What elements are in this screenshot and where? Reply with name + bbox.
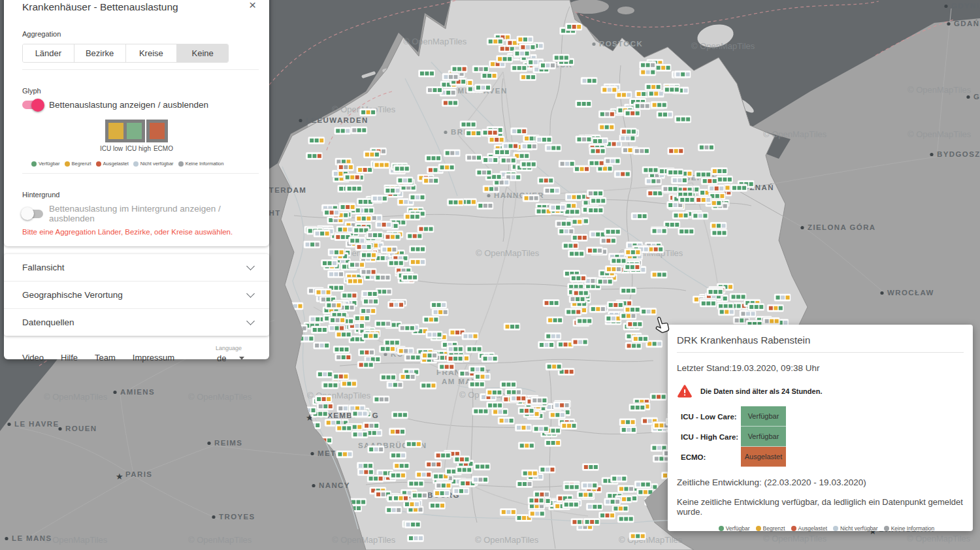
hospital-glyph[interactable] [482, 156, 498, 164]
hospital-glyph[interactable] [357, 468, 374, 476]
hospital-glyph[interactable] [386, 381, 403, 389]
hospital-glyph[interactable] [607, 301, 624, 309]
hospital-glyph[interactable] [656, 110, 673, 118]
hospital-glyph[interactable] [624, 248, 641, 256]
hospital-glyph[interactable] [453, 455, 470, 463]
hospital-glyph[interactable] [425, 331, 442, 338]
hospital-glyph[interactable] [610, 475, 627, 483]
hospital-glyph[interactable] [474, 462, 491, 470]
hospital-glyph[interactable] [718, 308, 735, 315]
hospital-glyph[interactable] [774, 294, 791, 302]
hospital-glyph[interactable] [521, 142, 538, 150]
hospital-glyph[interactable] [626, 320, 643, 328]
glyph-toggle[interactable] [22, 101, 43, 109]
hospital-glyph[interactable] [329, 316, 346, 324]
hospital-glyph[interactable] [417, 225, 434, 233]
hospital-glyph[interactable] [475, 169, 492, 176]
hospital-glyph[interactable] [406, 232, 423, 240]
hospital-glyph[interactable] [340, 380, 357, 388]
hospital-glyph[interactable] [313, 342, 330, 349]
hospital-glyph[interactable] [321, 381, 338, 389]
hospital-glyph[interactable] [419, 381, 436, 389]
hospital-glyph[interactable] [565, 23, 582, 31]
hospital-glyph[interactable] [351, 410, 368, 417]
hospital-glyph[interactable] [418, 69, 435, 77]
hospital-glyph[interactable] [672, 212, 689, 219]
hospital-glyph[interactable] [650, 393, 667, 400]
hospital-glyph[interactable] [538, 341, 555, 349]
hospital-glyph[interactable] [500, 508, 517, 516]
hospital-glyph[interactable] [520, 161, 537, 169]
hospital-glyph[interactable] [600, 237, 617, 245]
hospital-glyph[interactable] [747, 303, 764, 311]
hospital-glyph[interactable] [570, 274, 587, 282]
hospital-glyph[interactable] [674, 71, 691, 78]
hospital-glyph[interactable] [639, 69, 656, 76]
hospital-glyph[interactable] [582, 463, 599, 471]
hospital-glyph[interactable] [393, 462, 410, 470]
hospital-glyph[interactable] [434, 451, 451, 459]
hospital-glyph[interactable] [433, 489, 450, 497]
hospital-glyph[interactable] [391, 411, 408, 419]
hospital-glyph[interactable] [415, 471, 432, 479]
hospital-glyph[interactable] [528, 496, 545, 504]
hospital-glyph[interactable] [438, 363, 455, 371]
hospital-glyph[interactable] [510, 127, 527, 135]
hospital-glyph[interactable] [543, 299, 560, 307]
hospital-glyph[interactable] [362, 332, 379, 340]
hospital-glyph[interactable] [708, 184, 725, 192]
hospital-glyph[interactable] [399, 324, 416, 332]
hospital-glyph[interactable] [496, 55, 513, 63]
hospital-glyph[interactable] [425, 154, 442, 162]
hospital-glyph[interactable] [452, 487, 469, 495]
hospital-glyph[interactable] [367, 231, 384, 239]
hospital-glyph[interactable] [487, 37, 504, 45]
hospital-glyph[interactable] [425, 461, 442, 468]
hospital-glyph[interactable] [317, 402, 334, 410]
hospital-glyph[interactable] [360, 268, 377, 276]
hospital-glyph[interactable] [514, 50, 531, 57]
hospital-glyph[interactable] [604, 315, 621, 323]
hospital-glyph[interactable] [346, 185, 363, 193]
hospital-glyph[interactable] [624, 306, 641, 314]
hospital-glyph[interactable] [314, 230, 331, 238]
hospital-glyph[interactable] [700, 300, 717, 308]
hospital-glyph[interactable] [468, 380, 485, 388]
hospital-glyph[interactable] [516, 35, 533, 43]
hospital-glyph[interactable] [698, 144, 715, 152]
hospital-glyph[interactable] [385, 506, 402, 514]
hospital-glyph[interactable] [711, 167, 728, 175]
hospital-glyph[interactable] [716, 176, 733, 184]
hospital-glyph[interactable] [465, 154, 482, 161]
hospital-glyph[interactable] [617, 515, 634, 523]
hospital-glyph[interactable] [646, 189, 663, 197]
hospital-glyph[interactable] [325, 301, 342, 309]
hospital-glyph[interactable] [362, 297, 379, 305]
hospital-glyph[interactable] [573, 165, 590, 173]
hospital-glyph[interactable] [351, 430, 368, 438]
hospital-glyph[interactable] [572, 289, 589, 297]
hospital-glyph[interactable] [304, 240, 321, 248]
footer-link-impressum[interactable]: Impressum [133, 353, 174, 363]
hospital-glyph[interactable] [359, 108, 376, 116]
hospital-glyph[interactable] [474, 373, 491, 381]
footer-link-team[interactable]: Team [95, 353, 116, 363]
hospital-glyph[interactable] [598, 123, 615, 131]
hospital-glyph[interactable] [600, 86, 617, 94]
hospital-glyph[interactable] [335, 425, 352, 432]
hospital-glyph[interactable] [604, 157, 621, 165]
hospital-glyph[interactable] [694, 196, 711, 204]
hospital-glyph[interactable] [308, 137, 325, 144]
hospital-glyph[interactable] [564, 308, 581, 316]
hospital-glyph[interactable] [519, 73, 536, 81]
hospital-glyph[interactable] [384, 187, 400, 195]
hospital-glyph[interactable] [516, 480, 533, 488]
hospital-glyph[interactable] [361, 290, 378, 298]
hospital-glyph[interactable] [589, 305, 606, 313]
hospital-glyph[interactable] [359, 307, 376, 315]
hospital-glyph[interactable] [374, 320, 391, 328]
hospital-glyph[interactable] [633, 147, 650, 155]
hospital-glyph[interactable] [655, 64, 672, 72]
accordion-geographische-verortung[interactable]: Geographische Verortung [4, 282, 269, 309]
hospital-glyph[interactable] [583, 518, 600, 526]
